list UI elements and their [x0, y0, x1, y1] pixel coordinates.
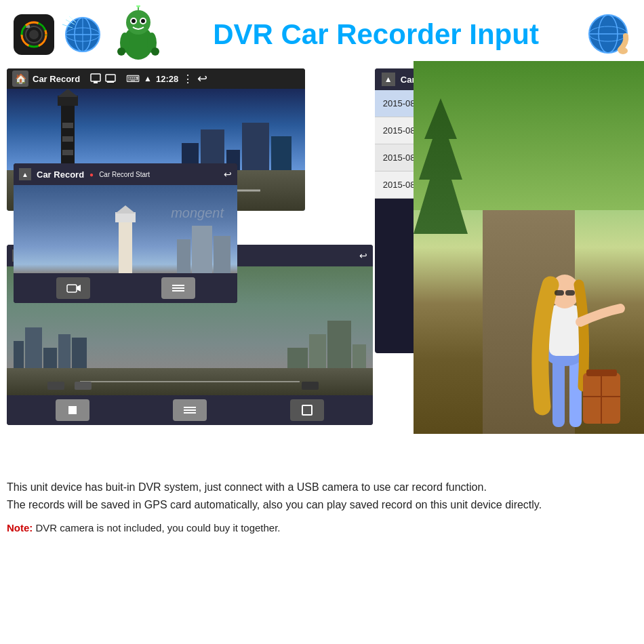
- svg-rect-32: [91, 74, 100, 81]
- main-content: 🏠 Car Record ⌨ ▲ 12:28 ⋮ ↩: [0, 68, 644, 468]
- stop-btn[interactable]: [56, 399, 89, 421]
- svg-rect-43: [115, 212, 136, 222]
- screenshots-column: 🏠 Car Record ⌨ ▲ 12:28 ⋮ ↩: [7, 68, 361, 448]
- svg-marker-38: [58, 89, 78, 97]
- svg-rect-35: [107, 81, 114, 83]
- svg-point-16: [126, 10, 150, 35]
- svg-rect-39: [62, 123, 73, 128]
- up-arrow-2[interactable]: ▲: [19, 168, 31, 180]
- back-button-3[interactable]: ↩: [359, 250, 367, 261]
- back-button-2[interactable]: ↩: [224, 169, 232, 180]
- svg-rect-55: [302, 405, 312, 415]
- back-button-1[interactable]: ↩: [197, 71, 207, 86]
- svg-point-22: [136, 5, 140, 7]
- svg-rect-74: [565, 290, 575, 296]
- svg-rect-33: [94, 81, 98, 83]
- svg-point-26: [151, 47, 159, 56]
- svg-rect-42: [119, 219, 132, 273]
- svg-rect-73: [555, 290, 564, 296]
- wifi-icon-1: ▲: [144, 74, 152, 83]
- description-section: This unit device has buit-in DVR system,…: [0, 468, 644, 540]
- watermark-1: mongent: [171, 205, 224, 221]
- moscow-panel-small: ▲ Car Record ● Car Record Start ↩: [14, 163, 237, 303]
- background-photo: [414, 61, 644, 434]
- moscow-scene-small: mongent: [14, 185, 237, 273]
- bluetooth-icon: ⌨: [126, 73, 140, 84]
- svg-point-25: [117, 47, 125, 56]
- robot-mascot-icon: [111, 5, 165, 63]
- time-1: 12:28: [156, 74, 178, 84]
- panel-title-1: Car Record: [33, 74, 80, 84]
- panel-title-2: Car Record: [37, 169, 84, 180]
- globe-left-icon: [62, 14, 103, 55]
- globe-right-icon: [586, 12, 630, 56]
- svg-rect-46: [67, 285, 77, 292]
- note-content: DVR camera is not included, you could bu…: [36, 522, 281, 534]
- svg-point-2: [29, 30, 39, 39]
- svg-marker-47: [77, 285, 81, 291]
- list-btn-2[interactable]: [161, 277, 195, 299]
- toolbar-3: [7, 395, 373, 425]
- svg-rect-34: [106, 75, 115, 81]
- girl-silhouette: [508, 149, 630, 434]
- page-header: DVR Car Recorder Input: [0, 0, 644, 68]
- up-btn[interactable]: ▲: [382, 73, 395, 86]
- note-label: Note:: [7, 522, 33, 534]
- screenshot-icon: [89, 73, 102, 85]
- camera-btn-2[interactable]: [56, 277, 90, 299]
- dvr-icon: [14, 14, 54, 55]
- page-title: DVR Car Recorder Input: [174, 18, 578, 51]
- right-section: ▲ Car Record ▲ 17:43 ↩ 2015-08-21(17-42-…: [375, 68, 637, 468]
- svg-marker-44: [115, 205, 136, 214]
- kremlin-tower-icon: [98, 205, 153, 273]
- toolbar-2: [14, 273, 237, 303]
- svg-rect-71: [549, 305, 580, 356]
- svg-point-20: [141, 19, 145, 23]
- status-bar-1: 🏠 Car Record ⌨ ▲ 12:28 ⋮ ↩: [7, 68, 305, 89]
- svg-rect-51: [68, 406, 77, 414]
- menu-dots[interactable]: ⋮: [182, 73, 193, 85]
- svg-point-19: [132, 19, 136, 23]
- svg-rect-41: [62, 150, 73, 155]
- rec-icon: ●: [89, 171, 94, 178]
- fullscreen-btn[interactable]: [290, 399, 324, 421]
- note-text: Note: DVR camera is not included, you co…: [7, 520, 637, 536]
- svg-point-31: [618, 47, 628, 54]
- list-btn-3[interactable]: [173, 399, 207, 421]
- description-text: This unit device has buit-in DVR system,…: [7, 479, 637, 513]
- svg-rect-40: [62, 136, 73, 142]
- home-button-1[interactable]: 🏠: [12, 71, 28, 87]
- gallery-icon: [104, 73, 117, 85]
- panel-bar-2: ▲ Car Record ● Car Record Start ↩: [14, 163, 237, 185]
- svg-rect-37: [58, 96, 78, 106]
- panel-subtitle-2: Car Record Start: [99, 171, 150, 178]
